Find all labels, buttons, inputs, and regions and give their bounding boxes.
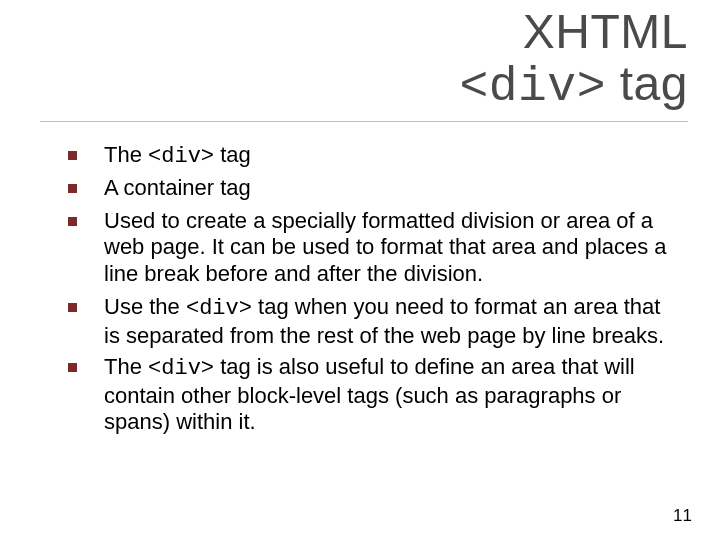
- bullet-list: The <div> tag A container tag Used to cr…: [60, 142, 680, 436]
- bullet-text-pre: The: [104, 354, 148, 379]
- title-line-2: <div> tag: [459, 58, 688, 114]
- bullet-text-pre: Used to create a specially formatted div…: [104, 208, 667, 287]
- list-item: The <div> tag is also useful to define a…: [60, 354, 680, 436]
- content-area: The <div> tag A container tag Used to cr…: [60, 142, 680, 440]
- bullet-text-pre: Use the: [104, 294, 186, 319]
- slide: XHTML <div> tag The <div> tag A containe…: [0, 0, 720, 540]
- bullet-text-mono: <div>: [148, 144, 214, 169]
- bullet-text-post: tag: [214, 142, 251, 167]
- page-number: 11: [673, 506, 692, 526]
- bullet-text-mono: <div>: [186, 296, 252, 321]
- list-item: Used to create a specially formatted div…: [60, 208, 680, 290]
- title-text-part: tag: [606, 57, 688, 110]
- title-divider: [40, 121, 688, 122]
- title-mono-part: <div>: [459, 60, 606, 114]
- slide-title: XHTML <div> tag: [459, 6, 688, 114]
- list-item: The <div> tag: [60, 142, 680, 171]
- bullet-text-pre: The: [104, 142, 148, 167]
- list-item: A container tag: [60, 175, 680, 204]
- bullet-text-pre: A container tag: [104, 175, 251, 200]
- bullet-text-mono: <div>: [148, 356, 214, 381]
- title-line-1: XHTML: [459, 6, 688, 58]
- list-item: Use the <div> tag when you need to forma…: [60, 294, 680, 350]
